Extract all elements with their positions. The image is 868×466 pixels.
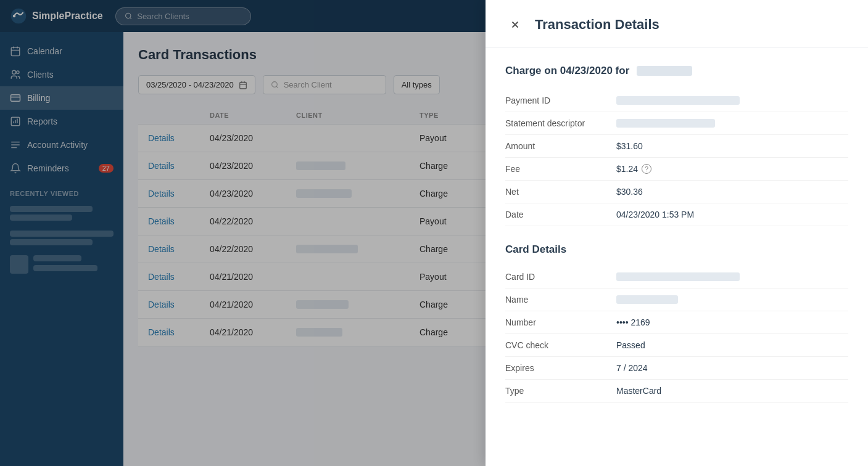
row-date: 04/23/2020 xyxy=(210,161,296,171)
recent-item-3-name xyxy=(33,255,81,261)
svg-point-23 xyxy=(271,82,277,88)
svg-rect-10 xyxy=(11,95,20,102)
recent-item-3-thumb xyxy=(10,255,28,274)
row-client xyxy=(296,300,420,309)
clients-icon xyxy=(10,69,21,80)
details-link[interactable]: Details xyxy=(148,133,210,143)
client-search-placeholder: Search Client xyxy=(284,80,332,89)
charge-heading: Charge on 04/23/2020 for xyxy=(505,65,848,77)
sidebar-item-reminders-label: Reminders xyxy=(27,163,69,173)
sidebar-item-calendar[interactable]: Calendar xyxy=(0,39,123,63)
search-bar[interactable] xyxy=(115,7,251,25)
svg-point-8 xyxy=(12,70,16,74)
statement-descriptor-value xyxy=(616,112,848,135)
card-name-value xyxy=(616,288,848,311)
details-link[interactable]: Details xyxy=(148,189,210,198)
recent-item-3[interactable] xyxy=(0,251,123,282)
card-name-label: Name xyxy=(505,288,616,311)
details-link[interactable]: Details xyxy=(148,327,210,337)
recent-item-2-detail xyxy=(10,239,93,245)
recently-viewed-label: RECENTLY VIEWED xyxy=(0,180,123,202)
row-client xyxy=(296,328,420,337)
card-type-value: MasterCard xyxy=(616,380,848,403)
bell-icon xyxy=(10,163,21,174)
net-value: $30.36 xyxy=(616,181,848,203)
header-client: CLIENT xyxy=(296,112,420,119)
date-label: Date xyxy=(505,203,616,226)
cvc-label: CVC check xyxy=(505,334,616,357)
reports-icon xyxy=(10,116,21,127)
recent-item-2-name xyxy=(10,231,114,237)
app-name: SimplePractice xyxy=(32,10,103,22)
client-name-blurred xyxy=(296,161,345,170)
details-link[interactable]: Details xyxy=(148,272,210,282)
card-info-grid: Card ID Name Number •••• 2169 CVC check … xyxy=(505,266,848,403)
expires-value: 7 / 2024 xyxy=(616,357,848,380)
expires-label: Expires xyxy=(505,357,616,380)
payment-id-label: Payment ID xyxy=(505,89,616,112)
amount-label: Amount xyxy=(505,135,616,158)
row-client xyxy=(296,189,420,198)
svg-line-3 xyxy=(130,17,131,18)
logo: SimplePractice xyxy=(10,7,103,25)
recent-item-1-detail xyxy=(10,215,72,221)
details-link[interactable]: Details xyxy=(148,161,210,171)
client-name-blurred xyxy=(296,245,358,253)
type-filter-value: All types xyxy=(402,80,432,89)
date-range-value: 03/25/2020 - 04/23/2020 xyxy=(146,80,234,89)
statement-descriptor-blurred xyxy=(616,119,715,128)
row-client xyxy=(296,245,420,253)
client-search[interactable]: Search Client xyxy=(263,75,386,94)
details-link[interactable]: Details xyxy=(148,300,210,309)
card-number-value: •••• 2169 xyxy=(616,311,848,334)
close-icon xyxy=(510,19,521,30)
activity-icon xyxy=(10,139,21,150)
recent-item-1-name xyxy=(10,206,93,212)
header-date: DATE xyxy=(210,112,296,119)
type-filter[interactable]: All types xyxy=(394,75,440,94)
search-icon xyxy=(271,81,279,89)
row-date: 04/21/2020 xyxy=(210,327,296,337)
client-name-blurred xyxy=(296,300,349,309)
svg-rect-19 xyxy=(239,82,246,89)
client-name-blurred xyxy=(296,189,352,198)
sidebar-item-calendar-label: Calendar xyxy=(27,46,62,56)
card-id-label: Card ID xyxy=(505,266,616,288)
svg-point-1 xyxy=(13,15,15,17)
details-link[interactable]: Details xyxy=(148,216,210,226)
fee-help-icon[interactable]: ? xyxy=(642,164,651,174)
details-link[interactable]: Details xyxy=(148,244,210,254)
row-date: 04/21/2020 xyxy=(210,272,296,282)
sidebar-item-billing[interactable]: Billing xyxy=(0,86,123,110)
card-id-blurred xyxy=(616,272,740,281)
svg-line-24 xyxy=(276,86,278,88)
recent-item-3-detail xyxy=(33,265,97,271)
sidebar-item-billing-label: Billing xyxy=(27,93,50,103)
sidebar: Calendar Clients Billing Reports Ac xyxy=(0,32,123,466)
card-type-label: Type xyxy=(505,380,616,403)
card-section-title: Card Details xyxy=(505,243,848,256)
sidebar-item-clients[interactable]: Clients xyxy=(0,63,123,86)
sidebar-item-reminders[interactable]: Reminders 27 xyxy=(0,157,123,180)
calendar-icon xyxy=(10,46,21,57)
panel-header: Transaction Details xyxy=(486,0,868,47)
sidebar-item-account-activity[interactable]: Account Activity xyxy=(0,133,123,157)
close-button[interactable] xyxy=(505,15,525,35)
cvc-value: Passed xyxy=(616,334,848,357)
header-actions xyxy=(148,112,210,119)
statement-descriptor-label: Statement descriptor xyxy=(505,112,616,135)
card-name-blurred xyxy=(616,295,678,304)
detail-panel: Transaction Details Charge on 04/23/2020… xyxy=(486,0,868,466)
card-number-label: Number xyxy=(505,311,616,334)
recent-item-1[interactable] xyxy=(0,202,123,227)
row-client xyxy=(296,161,420,170)
row-date: 04/22/2020 xyxy=(210,244,296,254)
sidebar-item-clients-label: Clients xyxy=(27,70,54,80)
payment-info-grid: Payment ID Statement descriptor Amount $… xyxy=(505,89,848,226)
sidebar-item-reports[interactable]: Reports xyxy=(0,110,123,133)
date-value: 04/23/2020 1:53 PM xyxy=(616,203,848,226)
date-range-picker[interactable]: 03/25/2020 - 04/23/2020 xyxy=(138,75,255,94)
search-input[interactable] xyxy=(137,12,242,21)
calendar-icon xyxy=(239,81,247,89)
recent-item-2[interactable] xyxy=(0,227,123,251)
